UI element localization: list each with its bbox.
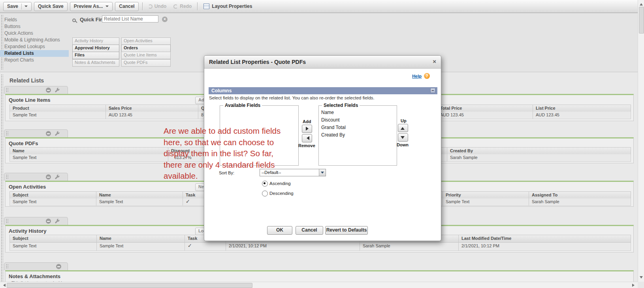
clear-icon[interactable]: × [162, 17, 168, 22]
horizontal-scrollbar[interactable] [0, 282, 638, 288]
help-icon[interactable]: ? [424, 73, 430, 79]
cell: 2/1/2021, 10:12 PM [226, 243, 360, 251]
close-icon[interactable]: × [433, 58, 436, 65]
toolbar-divider [142, 2, 143, 10]
column-header: Sales Price [106, 105, 198, 112]
vertical-scrollbar-thumb[interactable] [639, 7, 644, 34]
scroll-up-icon[interactable] [640, 2, 643, 6]
task-checkmark-icon: ✓ [185, 243, 226, 251]
wrench-icon[interactable] [55, 88, 60, 93]
cell: Sample Text [96, 198, 183, 206]
related-list-handle[interactable] [4, 262, 68, 270]
related-list-handle[interactable] [4, 173, 68, 181]
down-button[interactable] [398, 133, 408, 142]
drag-grip-icon[interactable] [6, 264, 8, 269]
scroll-right-icon[interactable] [632, 284, 636, 287]
cell: Sample Text [10, 243, 97, 251]
selected-field-item[interactable]: Name [321, 109, 397, 116]
remove-list-minus-icon[interactable] [46, 88, 51, 93]
related-list-handle[interactable] [4, 86, 68, 94]
quick-save-button[interactable]: Quick Save [34, 2, 68, 11]
section-title: Quote PDFs [9, 140, 38, 146]
preview-as-chevron-down-icon [105, 6, 109, 9]
related-list-handle[interactable] [4, 217, 68, 225]
cell: Sample Text [10, 154, 168, 161]
columns-description: Select fields to display on the related … [209, 95, 375, 100]
table-row: Sample Text Sample Text ✓ 2/1/2021, 10:1… [9, 243, 631, 251]
cell: Sample Text [10, 112, 106, 119]
drag-grip-icon[interactable] [6, 219, 8, 224]
vertical-scrollbar[interactable] [638, 0, 644, 282]
cancel-button[interactable]: Cancel [296, 226, 323, 235]
add-label: Add [303, 119, 311, 124]
cell: AUD 123.45 [106, 112, 198, 119]
section-title: Quote Line Items [9, 97, 50, 103]
drag-grip-icon[interactable] [6, 88, 8, 93]
remove-label: Remove [298, 143, 315, 148]
palette-item-orders[interactable]: Orders [121, 45, 171, 52]
sidebar-item-related-lists[interactable]: Related Lists [0, 50, 69, 57]
add-button[interactable] [302, 125, 312, 133]
scroll-down-icon[interactable] [640, 276, 643, 280]
descending-radio[interactable] [262, 191, 268, 196]
columns-section-label: Columns [211, 88, 232, 94]
up-label: Up [401, 118, 407, 123]
dialog-header[interactable]: Related List Properties - Quote PDFs × [204, 56, 441, 69]
selected-field-item[interactable]: Grand Total [321, 124, 397, 131]
column-header: Created By [447, 148, 631, 155]
layout-properties-button[interactable]: Layout Properties [202, 2, 254, 11]
cancel-button[interactable]: Cancel [115, 2, 138, 11]
ok-button[interactable]: OK [267, 226, 292, 235]
sidebar-item-quick-actions[interactable]: Quick Actions [0, 30, 69, 37]
sidebar-item-mobile-lightning-actions[interactable]: Mobile & Lightning Actions [0, 37, 69, 43]
layout-properties-icon [203, 4, 209, 9]
sidebar-item-buttons[interactable]: Buttons [0, 23, 69, 30]
undo-icon [148, 4, 153, 9]
cell: Sarah Sample [360, 243, 459, 251]
horizontal-scrollbar-thumb[interactable] [7, 283, 252, 288]
arrow-right-icon [306, 127, 311, 131]
remove-list-minus-icon[interactable] [46, 174, 51, 180]
cell: Sample Text [97, 243, 185, 251]
cancel-label: Cancel [119, 4, 134, 9]
remove-list-minus-icon[interactable] [46, 219, 51, 224]
drag-grip-icon[interactable] [6, 131, 8, 136]
wrench-icon[interactable] [55, 174, 60, 180]
column-header: Subject [10, 192, 96, 199]
sidebar-item-report-charts[interactable]: Report Charts [0, 57, 69, 64]
revert-to-defaults-button[interactable]: Revert to Defaults [325, 226, 368, 235]
remove-list-minus-icon[interactable] [46, 131, 51, 136]
undo-button: Undo [147, 2, 168, 11]
scrollbar-corner [638, 282, 644, 288]
column-header: Name [96, 192, 183, 199]
scroll-left-icon[interactable] [2, 284, 6, 287]
wrench-icon[interactable] [55, 219, 60, 224]
up-button[interactable] [398, 124, 408, 132]
palette-item-activity-history: Activity History [72, 37, 119, 45]
collapse-icon[interactable]: − [430, 88, 435, 93]
cell: 2/1/2021, 10:12 PM [459, 243, 631, 251]
wrench-icon[interactable] [55, 131, 60, 137]
quick-find-input[interactable] [102, 15, 158, 22]
sidebar-item-expanded-lookups[interactable]: Expanded Lookups [0, 43, 69, 50]
column-header: List Price [533, 105, 631, 112]
available-fields-label: Available Fields [223, 103, 262, 108]
drag-grip-icon[interactable] [6, 174, 8, 180]
remove-button[interactable] [302, 134, 312, 142]
selected-field-item[interactable]: Created By [321, 131, 397, 139]
preview-as-button[interactable]: Preview As... [70, 2, 113, 11]
selected-field-item[interactable]: Discount [321, 116, 397, 124]
column-header: Assigned To [529, 192, 631, 199]
sidebar-item-fields[interactable]: Fields [0, 17, 69, 23]
remove-list-minus-icon[interactable] [56, 264, 61, 269]
column-header: Total Price [437, 105, 533, 112]
redo-icon [173, 4, 178, 9]
help-link[interactable]: Help [412, 74, 422, 79]
select-chevron-down-icon[interactable] [319, 169, 326, 176]
save-button[interactable]: Save [3, 2, 32, 11]
save-dropdown-chevron-down-icon[interactable] [24, 6, 28, 9]
column-header: Subject [10, 235, 97, 242]
palette-item-files[interactable]: Files [72, 52, 119, 59]
related-list-handle[interactable] [4, 129, 68, 137]
palette-item-approval-history[interactable]: Approval History [72, 45, 119, 52]
